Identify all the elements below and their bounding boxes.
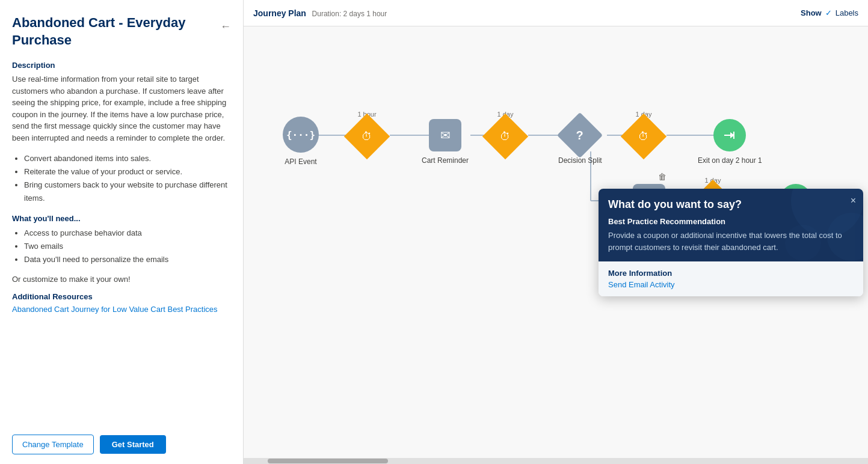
scrollbar-thumb[interactable] [268,459,388,463]
journey-duration: Duration: 2 days 1 hour [312,10,387,18]
popup-footer: More Information Send Email Activity [599,261,863,296]
journey-canvas[interactable]: {···} API Event 1 hour ⏱ ✉ Cart Reminder… [244,26,868,458]
show-label: Show [801,8,822,17]
what-you-need-label: What you'll need... [12,214,231,223]
wait1-diamond: ⏱ [344,114,390,159]
delete-icon[interactable]: 🗑 [658,172,666,182]
bullets-2: Access to purchase behavior data Two ema… [24,227,231,266]
bullet-1-1: Convert abandoned items into sales. [24,152,231,165]
checkmark-icon: ✓ [825,8,832,17]
svg-rect-12 [733,132,734,139]
description-text: Use real-time information from your reta… [12,73,231,144]
decision-split-icon: ? [557,112,603,158]
exit-arrow-icon [722,128,737,142]
exit1-label: Exit on day 2 hour 1 [698,156,762,165]
decision-split-question-mark: ? [576,129,583,142]
bullet-2-2: Two emails [24,240,231,253]
customize-text: Or customize to make it your own! [12,275,231,284]
exit1-icon [713,119,746,151]
wait2-diamond: ⏱ [482,114,528,159]
description-label: Description [12,61,231,70]
get-started-button[interactable]: Get Started [100,435,166,454]
wait3-diamond: ⏱ [621,114,666,159]
left-panel: Abandoned Cart - Everyday Purchase ← Des… [0,0,244,464]
popup-header: × What do you want to say? Best Practice… [599,189,863,261]
bullets-1: Convert abandoned items into sales. Reit… [24,152,231,205]
bullet-1-2: Reiterate the value of your product or s… [24,165,231,179]
bullet-2-3: Data you'll need to personalize the emai… [24,253,231,266]
page-title: Abandoned Cart - Everyday Purchase [12,14,231,49]
wait1-timer-icon: ⏱ [362,130,372,143]
journey-topbar: Journey Plan Duration: 2 days 1 hour Sho… [244,0,868,26]
popup-close-button[interactable]: × [851,196,856,206]
journey-plan-label: Journey Plan [253,8,306,18]
popup-more-info-label: More Information [608,269,854,278]
popup-recommendation-label: Best Practice Recommendation [608,217,854,226]
flow-container: {···} API Event 1 hour ⏱ ✉ Cart Reminder… [262,50,863,321]
popup-overlay: × What do you want to say? Best Practice… [599,189,863,296]
right-panel: Journey Plan Duration: 2 days 1 hour Sho… [244,0,868,464]
resource-link[interactable]: Abandoned Cart Journey for Low Value Car… [12,304,231,316]
show-labels-group[interactable]: Show ✓ Labels [801,8,858,17]
wait2-timer-icon: ⏱ [500,130,511,143]
wait3-node[interactable]: 1 day ⏱ [627,111,660,153]
cart-reminder-label: Cart Reminder [422,156,469,165]
cart-reminder-node[interactable]: ✉ Cart Reminder [422,119,469,165]
back-arrow[interactable]: ← [220,20,231,33]
popup-send-email-link[interactable]: Send Email Activity [608,280,675,289]
additional-resources-label: Additional Resources [12,292,231,301]
bullet-1-3: Bring customers back to your website to … [24,179,231,205]
api-event-icon: {···} [283,117,319,153]
labels-label: Labels [836,8,858,17]
decision-split-label: Decision Split [558,156,602,165]
journey-title-group: Journey Plan Duration: 2 days 1 hour [253,8,387,18]
api-event-label: API Event [285,157,316,166]
horizontal-scrollbar[interactable] [244,458,868,464]
bullet-2-1: Access to purchase behavior data [24,227,231,240]
wait1-node[interactable]: 1 hour ⏱ [351,111,383,153]
api-event-node[interactable]: {···} API Event [283,117,319,166]
wait3-timer-icon: ⏱ [638,130,649,143]
wait2-node[interactable]: 1 day ⏱ [489,111,522,153]
decision-split-node[interactable]: ? Decision Split [558,119,602,165]
cart-reminder-icon: ✉ [429,119,461,151]
exit1-node[interactable]: Exit on day 2 hour 1 [698,119,762,165]
popup-title: What do you want to say? [608,198,854,211]
popup-recommendation-text: Provide a coupon or additional incentive… [608,230,854,253]
change-template-button[interactable]: Change Template [12,435,94,454]
